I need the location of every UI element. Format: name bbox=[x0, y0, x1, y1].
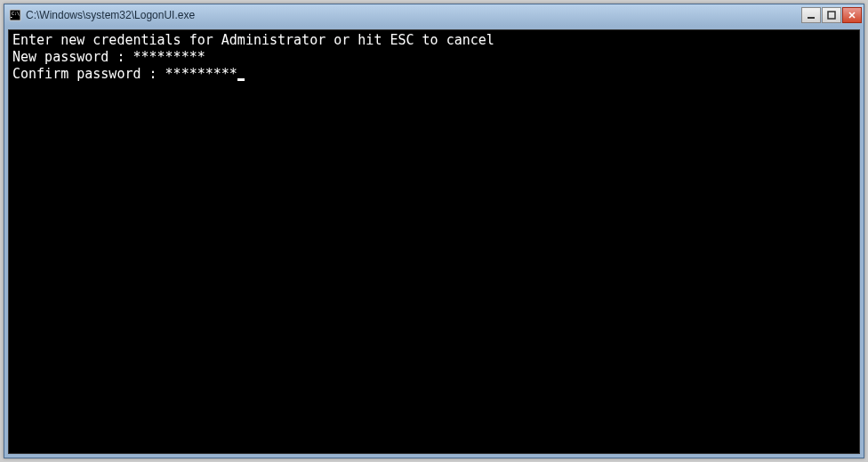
cursor-icon bbox=[237, 78, 245, 81]
confirm-password-value: ********* bbox=[165, 66, 237, 83]
console-area[interactable]: Enter new credentials for Administrator … bbox=[8, 29, 860, 454]
prompt-instruction: Enter new credentials for Administrator … bbox=[12, 32, 494, 49]
new-password-value: ********* bbox=[133, 49, 205, 66]
new-password-label: New password : bbox=[12, 49, 133, 66]
window-controls bbox=[800, 7, 862, 23]
window-title: C:\Windows\system32\LogonUI.exe bbox=[26, 9, 800, 21]
svg-text:C:\: C:\ bbox=[12, 11, 20, 16]
titlebar: C:\ C:\Windows\system32\LogonUI.exe bbox=[4, 4, 864, 26]
minimize-button[interactable] bbox=[801, 7, 821, 23]
svg-rect-3 bbox=[828, 12, 835, 19]
app-icon: C:\ bbox=[8, 8, 22, 22]
confirm-password-label: Confirm password : bbox=[12, 66, 165, 83]
close-button[interactable] bbox=[842, 7, 862, 23]
svg-rect-2 bbox=[808, 17, 815, 19]
console-window: C:\ C:\Windows\system32\LogonUI.exe Ente… bbox=[4, 4, 864, 458]
maximize-button[interactable] bbox=[822, 7, 841, 23]
